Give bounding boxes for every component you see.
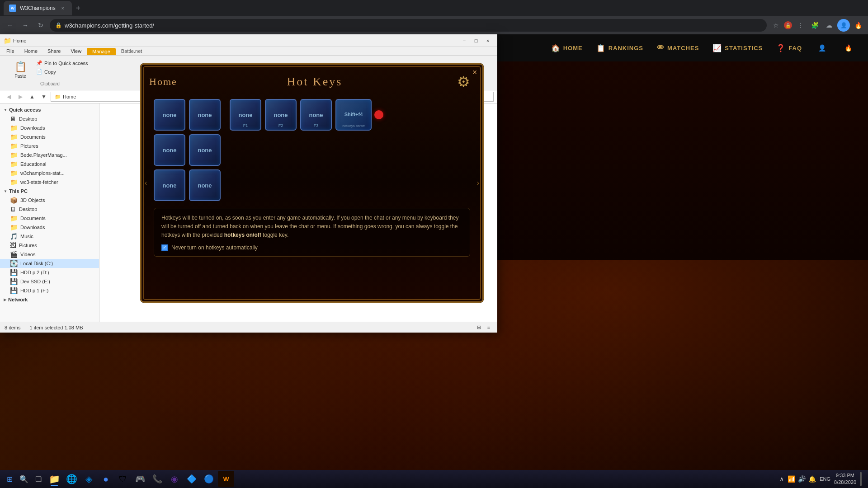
list-view-button[interactable]: ⊞ xyxy=(475,324,483,332)
key-slot-3-2[interactable]: none xyxy=(189,169,221,201)
sidebar-item-downloads-qa[interactable]: 📁 Downloads xyxy=(0,123,99,132)
app5-taskbar[interactable]: 🔷 xyxy=(184,471,200,487)
app2-taskbar[interactable]: 🎮 xyxy=(132,471,148,487)
task-view-button[interactable]: ❑ xyxy=(32,472,45,486)
exp-recent-button[interactable]: ▼ xyxy=(39,92,49,102)
user-icon[interactable]: 👤 xyxy=(816,42,828,54)
search-button[interactable]: 🔍 xyxy=(17,472,31,486)
app6-taskbar[interactable]: 🔵 xyxy=(201,471,217,487)
sidebar-item-videos[interactable]: 🎬 Videos xyxy=(0,250,99,259)
back-button[interactable]: ← xyxy=(4,19,16,32)
taskbar-clock[interactable]: 9:33 PM 8/28/2020 xyxy=(834,472,856,486)
notifications-tray-icon[interactable]: 🔔 xyxy=(808,475,816,483)
key-slot-shift-f4[interactable]: Shift+f4 hotkeys on/off xyxy=(335,99,372,131)
tab-close-button[interactable]: × xyxy=(59,5,66,12)
tray-up-arrow[interactable]: ∧ xyxy=(779,475,784,483)
more-tools-button[interactable]: ⋮ xyxy=(794,19,807,32)
volume-tray-icon[interactable]: 🔊 xyxy=(798,475,806,483)
network-header[interactable]: ▶ Network xyxy=(0,295,99,304)
exp-back-button[interactable]: ◀ xyxy=(4,92,14,102)
sync-button[interactable]: ☁ xyxy=(823,19,835,32)
statistics-icon: 📈 xyxy=(712,44,722,52)
key-slot-2-1[interactable]: none xyxy=(154,134,185,166)
network-tray-icon[interactable]: 📶 xyxy=(788,475,795,483)
paste-button[interactable]: 📋 Paste xyxy=(9,59,32,80)
key-label-1-1: none xyxy=(162,112,176,118)
sidebar-item-w3champ[interactable]: 📁 w3champions-stat... xyxy=(0,169,99,178)
sidebar-item-pictures-pc[interactable]: 🖼 Pictures xyxy=(0,241,99,250)
sidebar-item-hdd2[interactable]: 💾 HDD p.2 (D:) xyxy=(0,268,99,277)
ribbon-battlenet-tab[interactable]: Battle.net xyxy=(117,47,146,55)
pin-button[interactable]: 📌 Pin to Quick access xyxy=(33,59,91,67)
start-button[interactable]: ⊞ xyxy=(3,472,16,486)
extensions-icon[interactable]: 🧩 xyxy=(808,19,821,32)
scroll-right-indicator[interactable]: › xyxy=(477,179,479,187)
key-slot-f1[interactable]: none F1 xyxy=(230,99,261,131)
key-slot-2-2[interactable]: none xyxy=(189,134,221,166)
extensions-button[interactable]: 🔒 xyxy=(784,21,792,29)
app1-taskbar[interactable]: 🛡 xyxy=(115,471,131,487)
file-explorer-taskbar[interactable]: 📁 xyxy=(46,471,62,487)
fn-label-f1: F1 xyxy=(243,123,248,128)
bookmark-button[interactable]: ☆ xyxy=(769,19,782,32)
chrome-taskbar[interactable]: ● xyxy=(98,471,114,487)
sidebar-item-educational[interactable]: 📁 Educational xyxy=(0,160,99,169)
sidebar-item-bede[interactable]: 📁 Bede.PlayerManag... xyxy=(0,150,99,160)
key-slot-1-1[interactable]: none xyxy=(154,99,185,131)
app4-taskbar[interactable]: ◉ xyxy=(166,471,183,487)
active-tab[interactable]: W W3Champions × xyxy=(4,1,72,15)
exp-forward-button[interactable]: ▶ xyxy=(15,92,25,102)
key-slot-3-1[interactable]: none xyxy=(154,169,185,201)
key-slot-f2[interactable]: none F2 xyxy=(265,99,297,131)
ribbon-tab-home[interactable]: Home xyxy=(20,47,42,55)
never-auto-checkbox[interactable]: ✓ xyxy=(161,244,168,251)
hotkeys-close-button[interactable]: × xyxy=(469,67,480,78)
nav-statistics[interactable]: 📈 STATISTICS xyxy=(712,44,763,52)
sidebar-item-local-disk[interactable]: 💽 Local Disk (C:) xyxy=(0,259,99,268)
edge-taskbar[interactable]: 🌐 xyxy=(63,471,80,487)
explorer-maximize-button[interactable]: □ xyxy=(470,36,482,45)
sidebar-item-desktop-qa[interactable]: 🖥 Desktop xyxy=(0,114,99,123)
explorer-close-button[interactable]: × xyxy=(482,36,494,45)
nav-faq[interactable]: ❓ FAQ xyxy=(776,44,802,52)
new-tab-button[interactable]: + xyxy=(72,2,85,14)
sidebar-item-downloads-pc[interactable]: 📁 Downloads xyxy=(0,223,99,232)
detail-view-button[interactable]: ≡ xyxy=(485,324,493,332)
key-slot-1-2[interactable]: none xyxy=(189,99,221,131)
sidebar-item-pictures-qa[interactable]: 📁 Pictures xyxy=(0,141,99,150)
forward-button[interactable]: → xyxy=(19,19,32,32)
sidebar-wc3-label: wc3-stats-fetcher xyxy=(20,179,58,185)
show-desktop-button[interactable] xyxy=(860,472,862,486)
nav-home[interactable]: 🏠 HOME xyxy=(551,44,583,52)
music-icon: 🎵 xyxy=(10,233,18,240)
explorer-minimize-button[interactable]: − xyxy=(458,36,470,45)
sidebar-item-documents-pc[interactable]: 📁 Documents xyxy=(0,214,99,223)
address-bar[interactable]: 🔒 w3champions.com/getting-started/ xyxy=(50,19,767,32)
vscode-taskbar[interactable]: ◈ xyxy=(80,471,97,487)
app7-taskbar[interactable]: W xyxy=(218,471,234,487)
reload-button[interactable]: ↻ xyxy=(34,19,47,32)
copy-button[interactable]: 📄 Copy xyxy=(33,68,91,75)
sidebar-item-music[interactable]: 🎵 Music xyxy=(0,232,99,241)
sidebar-item-documents-qa[interactable]: 📁 Documents xyxy=(0,132,99,141)
key-slot-f3[interactable]: none F3 xyxy=(300,99,332,131)
sidebar-item-wc3[interactable]: 📁 wc3-stats-fetcher xyxy=(0,178,99,187)
ribbon-tab-view[interactable]: View xyxy=(66,47,86,55)
sidebar-item-hdd1[interactable]: 💾 HDD p.1 (F:) xyxy=(0,286,99,295)
nav-matches[interactable]: 👁 MATCHES xyxy=(657,44,699,52)
sidebar-item-desktop-pc[interactable]: 🖥 Desktop xyxy=(0,205,99,214)
exp-up-button[interactable]: ▲ xyxy=(27,92,37,102)
sidebar-item-3dobjects[interactable]: 📦 3D Objects xyxy=(0,196,99,205)
this-pc-header[interactable]: ▼ This PC xyxy=(0,187,99,196)
app3-taskbar[interactable]: 📞 xyxy=(149,471,165,487)
sidebar-item-devssd[interactable]: 💾 Dev SSD (E:) xyxy=(0,277,99,286)
nav-rankings[interactable]: 📋 RANKINGS xyxy=(596,44,643,52)
ribbon-manage-tab[interactable]: Manage xyxy=(87,48,116,55)
profile-avatar[interactable]: 👤 xyxy=(837,19,850,32)
explorer-title: Home xyxy=(11,38,458,43)
ribbon-tab-share[interactable]: Share xyxy=(43,47,65,55)
scroll-left-indicator[interactable]: ‹ xyxy=(145,179,147,187)
clipboard-actions: 📌 Pin to Quick access 📄 Copy xyxy=(33,59,91,75)
ribbon-tab-file[interactable]: File xyxy=(2,47,19,55)
quick-access-header[interactable]: ▼ Quick access xyxy=(0,105,99,114)
